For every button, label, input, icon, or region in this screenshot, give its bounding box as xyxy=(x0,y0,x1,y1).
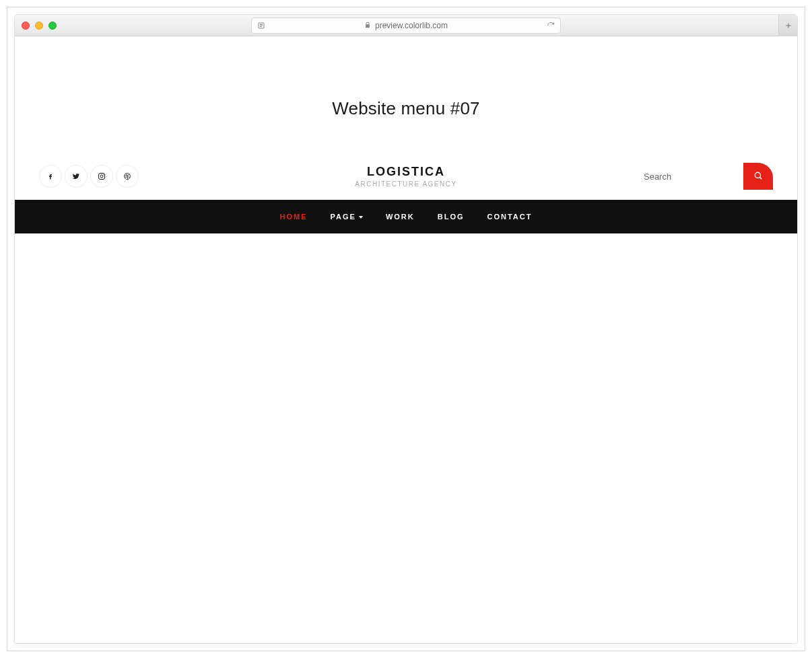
browser-chrome: preview.colorlib.com xyxy=(15,15,797,36)
page-title: Website menu #07 xyxy=(15,98,797,119)
nav-label: PAGE xyxy=(331,213,356,221)
logo-tagline: ARCHITECTURE AGENCY xyxy=(283,180,528,188)
header-left xyxy=(39,165,283,188)
svg-point-7 xyxy=(100,175,103,178)
reader-mode-icon[interactable] xyxy=(257,22,265,30)
new-tab-button[interactable] xyxy=(778,15,797,36)
nav-label: CONTACT xyxy=(487,213,533,221)
nav-page[interactable]: PAGE xyxy=(331,213,363,221)
window-maximize-button[interactable] xyxy=(48,22,57,30)
search-input[interactable] xyxy=(636,165,743,188)
search-group xyxy=(636,163,773,190)
address-bar[interactable]: preview.colorlib.com xyxy=(251,17,561,34)
instagram-icon[interactable] xyxy=(90,165,113,188)
refresh-icon[interactable] xyxy=(547,22,555,30)
main-nav: HOME PAGE WORK BLOG CONTACT xyxy=(15,200,797,233)
search-button[interactable] xyxy=(743,163,773,190)
chevron-down-icon xyxy=(359,216,363,219)
browser-window: preview.colorlib.com Website menu #07 xyxy=(14,14,798,644)
nav-blog[interactable]: BLOG xyxy=(438,213,465,221)
search-icon xyxy=(753,171,763,182)
lock-icon xyxy=(364,21,371,30)
nav-label: BLOG xyxy=(438,213,465,221)
nav-work[interactable]: WORK xyxy=(386,213,415,221)
twitter-icon[interactable] xyxy=(65,165,88,188)
nav-label: WORK xyxy=(386,213,415,221)
window-minimize-button[interactable] xyxy=(35,22,43,30)
url-text: preview.colorlib.com xyxy=(375,21,448,30)
site-header: LOGISTICA ARCHITECTURE AGENCY xyxy=(15,153,797,200)
facebook-icon[interactable] xyxy=(39,165,62,188)
social-icons xyxy=(39,165,139,188)
outer-frame: preview.colorlib.com Website menu #07 xyxy=(7,7,805,651)
page-content: Website menu #07 xyxy=(15,36,797,643)
svg-point-10 xyxy=(755,172,760,178)
header-right xyxy=(529,163,773,190)
logo[interactable]: LOGISTICA ARCHITECTURE AGENCY xyxy=(283,165,528,188)
svg-rect-6 xyxy=(99,174,105,180)
dribbble-icon[interactable] xyxy=(116,165,139,188)
svg-point-8 xyxy=(103,174,104,175)
address-url: preview.colorlib.com xyxy=(364,21,448,30)
nav-home[interactable]: HOME xyxy=(280,213,308,221)
svg-line-11 xyxy=(760,177,762,179)
window-close-button[interactable] xyxy=(22,22,30,30)
traffic-lights xyxy=(22,22,57,30)
nav-label: HOME xyxy=(280,213,308,221)
logo-name: LOGISTICA xyxy=(283,165,528,179)
nav-contact[interactable]: CONTACT xyxy=(487,213,533,221)
